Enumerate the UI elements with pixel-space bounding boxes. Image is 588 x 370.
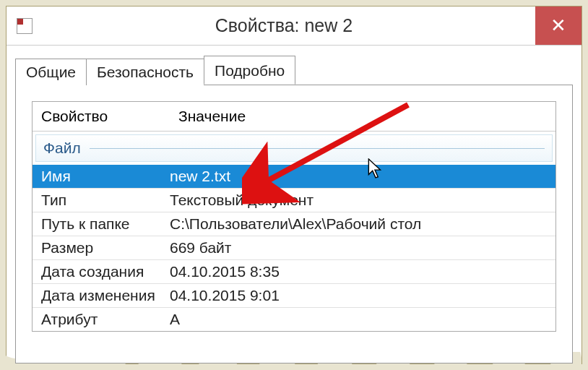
row-size-label: Размер	[41, 239, 170, 257]
row-modified-value: 04.10.2015 9:01	[170, 287, 547, 304]
group-file-label: Файл	[43, 139, 81, 157]
property-list: Свойство Значение Файл Имя new 2.txt Тип…	[32, 101, 556, 332]
row-created-value: 04.10.2015 8:35	[170, 263, 547, 280]
row-path[interactable]: Путь к папке C:\Пользователи\Alex\Рабочи…	[33, 212, 555, 236]
row-path-label: Путь к папке	[41, 215, 170, 233]
column-value[interactable]: Значение	[170, 102, 555, 131]
window-icon	[17, 18, 33, 34]
column-headers: Свойство Значение	[33, 102, 555, 132]
group-line	[90, 148, 545, 149]
tab-panel-details: Свойство Значение Файл Имя new 2.txt Тип…	[15, 85, 573, 363]
row-created[interactable]: Дата создания 04.10.2015 8:35	[33, 260, 555, 284]
window-title: Свойства: new 2	[33, 15, 535, 36]
tab-details[interactable]: Подробно	[204, 56, 295, 85]
close-button[interactable]: ✕	[535, 7, 581, 45]
row-attributes[interactable]: Атрибут A	[33, 308, 555, 331]
row-modified-label: Дата изменения	[41, 287, 170, 304]
row-type[interactable]: Тип Текстовый документ	[33, 189, 555, 212]
close-icon: ✕	[550, 14, 566, 37]
row-created-label: Дата создания	[41, 263, 170, 280]
row-type-value: Текстовый документ	[170, 192, 547, 209]
client-area: Общие Безопасность Подробно Свойство Зна…	[7, 46, 581, 363]
row-attributes-value: A	[170, 311, 547, 328]
row-name-label: Имя	[41, 168, 170, 185]
column-property[interactable]: Свойство	[33, 102, 170, 131]
tab-security[interactable]: Безопасность	[86, 59, 204, 85]
row-size[interactable]: Размер 669 байт	[33, 236, 555, 260]
tabstrip: Общие Безопасность Подробно	[15, 56, 573, 85]
row-type-label: Тип	[41, 192, 170, 209]
properties-window: Свойства: new 2 ✕ Общие Безопасность Под…	[6, 6, 582, 364]
row-path-value: C:\Пользователи\Alex\Рабочий стол	[170, 215, 547, 233]
row-name[interactable]: Имя new 2.txt	[33, 165, 555, 189]
row-name-value: new 2.txt	[170, 168, 547, 185]
titlebar: Свойства: new 2 ✕	[7, 7, 581, 46]
tab-general[interactable]: Общие	[15, 59, 87, 85]
row-modified[interactable]: Дата изменения 04.10.2015 9:01	[33, 284, 555, 308]
row-attributes-label: Атрибут	[41, 311, 170, 328]
group-file[interactable]: Файл	[35, 134, 553, 162]
row-size-value: 669 байт	[170, 239, 547, 257]
